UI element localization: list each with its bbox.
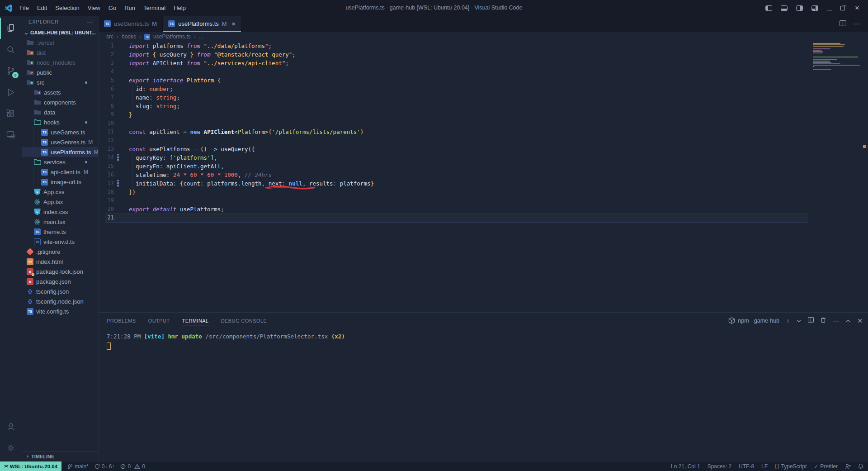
- line-number[interactable]: 1: [99, 42, 114, 50]
- code-line-16[interactable]: 16 staleTime: 24 * 60 * 60 * 1000, // 24…: [99, 171, 868, 179]
- tree-file-package-lock-json[interactable]: npackage-lock.json: [22, 266, 98, 276]
- code-line-20[interactable]: 20export default usePlatforms;: [99, 205, 868, 214]
- tree-file-api-client-ts[interactable]: TSapi-client.tsM: [22, 167, 98, 177]
- extensions-icon[interactable]: [0, 103, 22, 124]
- explorer-icon[interactable]: [0, 18, 22, 39]
- run-and-debug-icon[interactable]: [0, 81, 22, 103]
- menu-go[interactable]: Go: [104, 0, 120, 16]
- remote-indicator[interactable]: >< WSL: Ubuntu-20.04: [0, 461, 61, 471]
- tree-folder-src[interactable]: src: [22, 77, 98, 87]
- tree-folder--vercel[interactable]: .vercel: [22, 38, 98, 48]
- code-line-3[interactable]: 3import APIClient from "../services/api-…: [99, 59, 868, 67]
- panel-tab-problems[interactable]: PROBLEMS: [107, 313, 136, 328]
- terminal-instance-label[interactable]: npm - game-hub: [728, 317, 779, 324]
- cursor-position-item[interactable]: Ln 21, Col 1: [671, 463, 700, 470]
- tree-file-vite-config-ts[interactable]: TSvite.config.ts: [22, 306, 98, 316]
- tree-file-app-tsx[interactable]: App.tsx: [22, 197, 98, 207]
- menu-file[interactable]: File: [15, 0, 33, 16]
- menu-terminal[interactable]: Terminal: [139, 0, 170, 16]
- remote-explorer-icon[interactable]: [0, 124, 22, 145]
- line-number[interactable]: 6: [99, 85, 114, 93]
- menu-run[interactable]: Run: [120, 0, 139, 16]
- line-number[interactable]: 12: [99, 136, 114, 145]
- line-number[interactable]: 13: [99, 145, 114, 153]
- breadcrumb-item-src[interactable]: src: [106, 33, 113, 40]
- panel-tab-output[interactable]: OUTPUT: [148, 313, 170, 328]
- tab-usegenres[interactable]: TS useGenres.ts M: [99, 16, 163, 32]
- code-line-1[interactable]: 1import platforms from "../data/platform…: [99, 42, 868, 50]
- split-terminal-icon[interactable]: [808, 317, 814, 324]
- line-number[interactable]: 15: [99, 162, 114, 171]
- code-line-7[interactable]: 7 name: string;: [99, 93, 868, 102]
- line-number[interactable]: 20: [99, 205, 114, 214]
- line-number[interactable]: 10: [99, 119, 114, 128]
- code-line-4[interactable]: 4: [99, 67, 868, 76]
- timeline-section[interactable]: › TIMELINE: [22, 451, 98, 461]
- code-line-21[interactable]: 21: [99, 214, 868, 222]
- tree-file-usegames-ts[interactable]: TSuseGames.ts: [22, 127, 98, 137]
- tab-useplatforms[interactable]: TS usePlatforms.ts M ×: [163, 16, 241, 32]
- panel-more-actions-icon[interactable]: ⋯: [833, 318, 839, 324]
- toggle-sidebar-icon[interactable]: [765, 5, 772, 11]
- restore-button[interactable]: [840, 4, 845, 12]
- new-terminal-icon[interactable]: +: [786, 318, 790, 324]
- breadcrumb-item--[interactable]: ...: [199, 33, 203, 40]
- line-number[interactable]: 18: [99, 188, 114, 196]
- panel-tab-debug-console[interactable]: DEBUG CONSOLE: [221, 313, 267, 328]
- code-line-6[interactable]: 6 id: number;: [99, 85, 868, 93]
- tree-file-index-css[interactable]: Cindex.css: [22, 207, 98, 217]
- encoding-item[interactable]: UTF-8: [739, 463, 754, 470]
- line-number[interactable]: 4: [99, 67, 114, 76]
- accounts-icon[interactable]: [0, 416, 22, 437]
- code-line-14[interactable]: 14 queryKey: ['platforms'],: [99, 153, 868, 162]
- line-number[interactable]: 9: [99, 110, 114, 119]
- tree-folder-public[interactable]: public: [22, 67, 98, 77]
- tree-file-usegenres-ts[interactable]: TSuseGenres.tsM: [22, 137, 98, 147]
- tree-file-useplatforms-ts[interactable]: TSusePlatforms.tsM: [22, 147, 98, 157]
- code-line-17[interactable]: 17 initialData: {count: platforms.length…: [99, 179, 868, 188]
- code-line-12[interactable]: 12: [99, 136, 868, 145]
- tree-file-image-url-ts[interactable]: TSimage-url.ts: [22, 177, 98, 187]
- git-sync-item[interactable]: 0↓ 6↑: [94, 463, 115, 470]
- tree-file-vite-env-d-ts[interactable]: TSvite-env.d.ts: [22, 237, 98, 247]
- tree-file-package-json[interactable]: npackage.json: [22, 276, 98, 286]
- line-number[interactable]: 19: [99, 196, 114, 205]
- tree-file-tsconfig-node-json[interactable]: {}tsconfig.node.json: [22, 296, 98, 306]
- toggle-secondary-sidebar-icon[interactable]: [796, 5, 803, 11]
- formatter-item[interactable]: ✓ Prettier: [814, 463, 838, 470]
- editor-scrollbar[interactable]: [862, 42, 868, 312]
- menu-help[interactable]: Help: [170, 0, 190, 16]
- language-mode-item[interactable]: { } TypeScript: [775, 463, 807, 470]
- code-line-11[interactable]: 11const apiClient = new APIClient<Platfo…: [99, 128, 868, 136]
- tree-file-main-tsx[interactable]: main.tsx: [22, 217, 98, 227]
- line-number[interactable]: 7: [99, 93, 114, 102]
- tree-folder-components[interactable]: components: [22, 97, 98, 107]
- problems-item[interactable]: 0 0: [120, 463, 145, 470]
- workspace-section-header[interactable]: ⌄ GAME-HUB [WSL: UBUNT...: [22, 28, 98, 38]
- code-line-19[interactable]: 19: [99, 196, 868, 205]
- code-line-9[interactable]: 9}: [99, 110, 868, 119]
- tree-file-theme-ts[interactable]: TStheme.ts: [22, 227, 98, 237]
- terminal-dropdown-icon[interactable]: [797, 318, 801, 324]
- explorer-more-actions-icon[interactable]: ⋯: [87, 18, 94, 25]
- tree-file-tsconfig-json[interactable]: {}tsconfig.json: [22, 286, 98, 296]
- code-line-8[interactable]: 8 slug: string;: [99, 102, 868, 110]
- maximize-panel-icon[interactable]: [846, 318, 850, 324]
- tree-folder-assets[interactable]: assets: [22, 87, 98, 97]
- kill-terminal-icon[interactable]: [821, 317, 826, 324]
- menu-view[interactable]: View: [84, 0, 104, 16]
- line-number[interactable]: 8: [99, 102, 114, 110]
- tree-folder-services[interactable]: services: [22, 157, 98, 167]
- code-line-2[interactable]: 2import { useQuery } from "@tanstack/rea…: [99, 50, 868, 59]
- settings-gear-icon[interactable]: [0, 437, 22, 458]
- breadcrumb-item-useplatforms-ts[interactable]: usePlatforms.ts: [153, 33, 191, 40]
- tree-folder-node-modules[interactable]: node_modules: [22, 57, 98, 67]
- close-tab-icon[interactable]: ×: [232, 20, 236, 28]
- toggle-panel-icon[interactable]: [781, 5, 788, 11]
- panel-tab-terminal[interactable]: TERMINAL: [182, 313, 209, 328]
- code-editor[interactable]: 1import platforms from "../data/platform…: [99, 42, 868, 312]
- close-window-button[interactable]: ✕: [854, 5, 861, 11]
- customize-layout-icon[interactable]: [811, 5, 818, 11]
- line-number[interactable]: 2: [99, 50, 114, 59]
- code-line-5[interactable]: 5export interface Platform {: [99, 76, 868, 85]
